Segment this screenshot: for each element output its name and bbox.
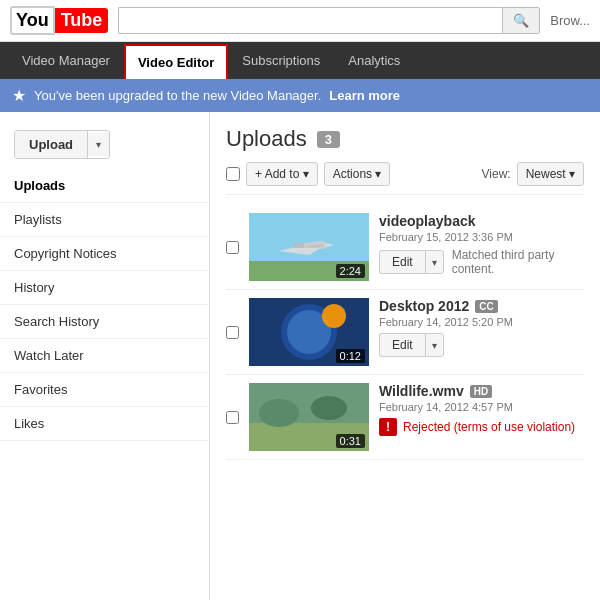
add-to-button[interactable]: + Add to ▾ <box>246 162 318 186</box>
edit-dropdown-button[interactable]: ▾ <box>425 250 444 274</box>
svg-point-13 <box>311 396 347 420</box>
video-actions-row: Edit ▾ Matched third party content. <box>379 248 584 276</box>
view-selector: View: Newest ▾ <box>482 162 585 186</box>
upgrade-banner: ★ You've been upgraded to the new Video … <box>0 79 600 112</box>
video-date: February 14, 2012 4:57 PM <box>379 401 584 413</box>
main-layout: Upload ▾ Uploads Playlists Copyright Not… <box>0 112 600 600</box>
logo: You Tube <box>10 6 108 35</box>
edit-button-group: Edit ▾ <box>379 250 444 274</box>
sidebar-item-watch-later[interactable]: Watch Later <box>0 339 209 373</box>
sidebar-item-copyright-notices[interactable]: Copyright Notices <box>0 237 209 271</box>
nav-item-video-editor[interactable]: Video Editor <box>124 44 228 79</box>
logo-tube: Tube <box>55 8 109 33</box>
header: You Tube 🔍 Brow... <box>0 0 600 42</box>
sidebar-item-search-history[interactable]: Search History <box>0 305 209 339</box>
video-item: 0:31 Wildlife.wmv HD February 14, 2012 4… <box>226 375 584 460</box>
edit-dropdown-button[interactable]: ▾ <box>425 333 444 357</box>
search-input[interactable] <box>118 7 502 34</box>
video-status-rejected: ! Rejected (terms of use violation) <box>379 418 584 436</box>
content-header: Uploads 3 <box>226 126 584 152</box>
svg-point-12 <box>259 399 299 427</box>
upload-arrow-icon: ▾ <box>88 133 109 156</box>
content-title: Uploads <box>226 126 307 152</box>
video-actions-row: Edit ▾ <box>379 333 584 357</box>
video-thumbnail: 0:12 <box>249 298 369 366</box>
upload-label: Upload <box>15 131 88 158</box>
sidebar: Upload ▾ Uploads Playlists Copyright Not… <box>0 112 210 600</box>
upload-count-badge: 3 <box>317 131 340 148</box>
browse-link[interactable]: Brow... <box>550 13 590 28</box>
rejected-icon: ! <box>379 418 397 436</box>
cc-tag: CC <box>475 300 497 313</box>
edit-button[interactable]: Edit <box>379 250 425 274</box>
video-item: 2:24 videoplayback February 15, 2012 3:3… <box>226 205 584 290</box>
video-thumbnail: 0:31 <box>249 383 369 451</box>
edit-button-group: Edit ▾ <box>379 333 444 357</box>
video-duration: 2:24 <box>336 264 365 278</box>
video-status: Matched third party content. <box>452 248 584 276</box>
sidebar-item-history[interactable]: History <box>0 271 209 305</box>
nav-item-video-manager[interactable]: Video Manager <box>8 42 124 79</box>
search-bar: 🔍 <box>118 7 540 34</box>
video-checkbox[interactable] <box>226 241 239 254</box>
upload-btn-container: Upload ▾ <box>0 122 209 169</box>
sidebar-item-likes[interactable]: Likes <box>0 407 209 441</box>
banner-learn-more-link[interactable]: Learn more <box>329 88 400 103</box>
video-title: Wildlife.wmv HD <box>379 383 584 399</box>
nav-bar: Video Manager Video Editor Subscriptions… <box>0 42 600 79</box>
edit-button[interactable]: Edit <box>379 333 425 357</box>
video-duration: 0:12 <box>336 349 365 363</box>
video-thumbnail: 2:24 <box>249 213 369 281</box>
actions-button[interactable]: Actions ▾ <box>324 162 391 186</box>
banner-text: You've been upgraded to the new Video Ma… <box>34 88 321 103</box>
select-all-checkbox[interactable] <box>226 167 240 181</box>
sidebar-item-playlists[interactable]: Playlists <box>0 203 209 237</box>
rejected-text: Rejected (terms of use violation) <box>403 420 575 434</box>
video-checkbox[interactable] <box>226 411 239 424</box>
toolbar: + Add to ▾ Actions ▾ View: Newest ▾ <box>226 162 584 195</box>
video-info: Wildlife.wmv HD February 14, 2012 4:57 P… <box>379 383 584 436</box>
video-info: videoplayback February 15, 2012 3:36 PM … <box>379 213 584 276</box>
video-item: 0:12 Desktop 2012 CC February 14, 2012 5… <box>226 290 584 375</box>
content-area: Uploads 3 + Add to ▾ Actions ▾ View: New… <box>210 112 600 600</box>
video-checkbox[interactable] <box>226 326 239 339</box>
nav-item-analytics[interactable]: Analytics <box>334 42 414 79</box>
hd-tag: HD <box>470 385 492 398</box>
video-title: Desktop 2012 CC <box>379 298 584 314</box>
nav-item-subscriptions[interactable]: Subscriptions <box>228 42 334 79</box>
video-duration: 0:31 <box>336 434 365 448</box>
svg-point-9 <box>322 304 346 328</box>
upload-button[interactable]: Upload ▾ <box>14 130 110 159</box>
logo-you: You <box>10 6 55 35</box>
search-button[interactable]: 🔍 <box>502 7 540 34</box>
video-date: February 14, 2012 5:20 PM <box>379 316 584 328</box>
banner-star-icon: ★ <box>12 86 26 105</box>
video-title: videoplayback <box>379 213 584 229</box>
view-newest-button[interactable]: Newest ▾ <box>517 162 584 186</box>
sidebar-item-favorites[interactable]: Favorites <box>0 373 209 407</box>
video-date: February 15, 2012 3:36 PM <box>379 231 584 243</box>
view-label: View: <box>482 167 511 181</box>
sidebar-item-uploads[interactable]: Uploads <box>0 169 209 203</box>
video-info: Desktop 2012 CC February 14, 2012 5:20 P… <box>379 298 584 357</box>
